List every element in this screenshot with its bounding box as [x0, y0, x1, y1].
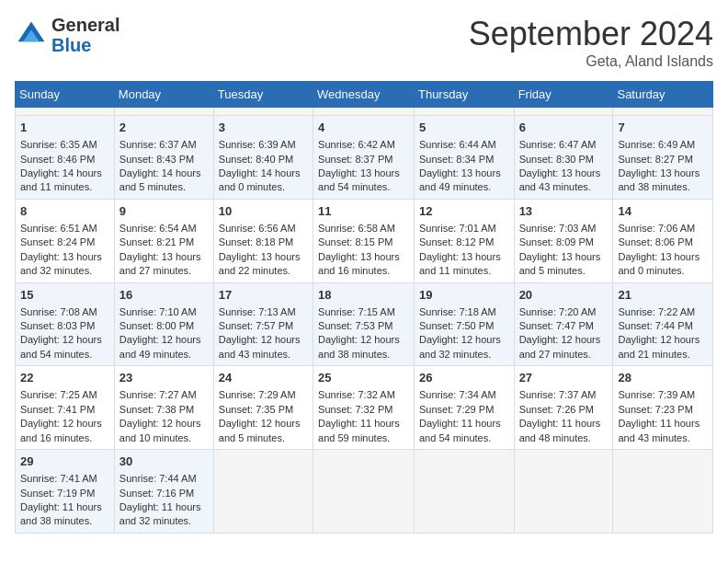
col-wednesday: Wednesday	[313, 82, 415, 108]
calendar-week-row	[16, 108, 713, 116]
day-number: 5	[419, 120, 509, 136]
day-number: 16	[119, 287, 209, 304]
day-info: Sunset: 8:00 PM	[119, 319, 209, 333]
table-row: 18Sunrise: 7:15 AMSunset: 7:53 PMDayligh…	[313, 282, 415, 366]
day-info: Daylight: 11 hours	[519, 417, 609, 431]
day-info: Sunset: 7:57 PM	[219, 319, 308, 333]
calendar-week-row: 8Sunrise: 6:51 AMSunset: 8:24 PMDaylight…	[16, 199, 713, 282]
day-number: 22	[20, 370, 109, 386]
day-info: Sunset: 8:27 PM	[618, 153, 708, 167]
table-row: 14Sunrise: 7:06 AMSunset: 8:06 PMDayligh…	[613, 199, 713, 282]
day-number: 18	[318, 287, 409, 304]
day-info: and 5 minutes.	[519, 264, 609, 278]
table-row: 5Sunrise: 6:44 AMSunset: 8:34 PMDaylight…	[414, 116, 514, 200]
table-row: 3Sunrise: 6:39 AMSunset: 8:40 PMDaylight…	[213, 116, 313, 200]
day-number: 10	[219, 203, 308, 220]
table-row: 19Sunrise: 7:18 AMSunset: 7:50 PMDayligh…	[414, 282, 514, 366]
day-number: 3	[219, 120, 308, 136]
col-friday: Friday	[514, 82, 613, 108]
day-info: Daylight: 11 hours	[318, 417, 409, 431]
table-row: 2Sunrise: 6:37 AMSunset: 8:43 PMDaylight…	[114, 116, 213, 200]
day-info: Sunset: 8:06 PM	[618, 236, 708, 249]
day-info: Daylight: 14 hours	[20, 167, 109, 180]
table-row: 7Sunrise: 6:49 AMSunset: 8:27 PMDaylight…	[613, 116, 713, 200]
day-number: 11	[318, 203, 409, 220]
day-info: Sunset: 8:46 PM	[20, 153, 109, 167]
day-info: Sunrise: 7:34 AM	[419, 388, 509, 402]
day-info: Sunrise: 6:54 AM	[119, 222, 209, 236]
day-info: Sunrise: 6:42 AM	[318, 138, 409, 152]
location-title: Geta, Aland Islands	[469, 53, 713, 70]
day-info: Sunset: 7:47 PM	[519, 319, 609, 333]
calendar-week-row: 1Sunrise: 6:35 AMSunset: 8:46 PMDaylight…	[16, 116, 713, 200]
day-info: Sunrise: 6:39 AM	[219, 138, 308, 152]
day-info: Sunrise: 6:47 AM	[519, 138, 609, 152]
day-number: 29	[20, 454, 109, 470]
col-saturday: Saturday	[613, 82, 713, 108]
day-info: and 27 minutes.	[119, 264, 209, 278]
day-info: and 49 minutes.	[119, 348, 209, 362]
day-info: Sunrise: 6:58 AM	[318, 222, 409, 236]
day-info: Sunrise: 7:37 AM	[519, 388, 609, 402]
day-info: and 27 minutes.	[519, 348, 609, 362]
day-info: Daylight: 13 hours	[219, 250, 308, 264]
day-info: Daylight: 12 hours	[618, 333, 708, 347]
day-number: 21	[618, 287, 708, 304]
day-info: Daylight: 12 hours	[219, 333, 308, 347]
calendar-week-row: 15Sunrise: 7:08 AMSunset: 8:03 PMDayligh…	[16, 282, 713, 366]
day-info: Sunrise: 7:29 AM	[219, 388, 308, 402]
table-row	[613, 108, 713, 116]
day-info: Daylight: 12 hours	[219, 417, 308, 431]
day-number: 27	[519, 370, 609, 386]
col-monday: Monday	[114, 82, 213, 108]
day-info: Sunrise: 7:10 AM	[119, 305, 209, 319]
day-info: Sunset: 8:18 PM	[219, 236, 308, 249]
table-row: 27Sunrise: 7:37 AMSunset: 7:26 PMDayligh…	[514, 366, 613, 450]
day-info: Daylight: 13 hours	[618, 167, 708, 180]
day-info: and 43 minutes.	[618, 431, 708, 445]
calendar-week-row: 22Sunrise: 7:25 AMSunset: 7:41 PMDayligh…	[16, 366, 713, 450]
day-info: Sunset: 7:44 PM	[618, 319, 708, 333]
day-info: Sunset: 7:19 PM	[20, 487, 109, 500]
day-number: 6	[519, 120, 609, 136]
day-info: and 38 minutes.	[318, 348, 409, 362]
day-info: Sunset: 8:12 PM	[419, 236, 509, 249]
table-row: 9Sunrise: 6:54 AMSunset: 8:21 PMDaylight…	[114, 199, 213, 282]
day-number: 30	[119, 454, 209, 470]
table-row: 22Sunrise: 7:25 AMSunset: 7:41 PMDayligh…	[16, 366, 115, 450]
day-number: 26	[419, 370, 509, 386]
day-info: Sunrise: 7:01 AM	[419, 222, 509, 236]
logo-general-text: General	[51, 15, 119, 35]
day-info: Sunset: 7:41 PM	[20, 403, 109, 417]
day-info: and 32 minutes.	[419, 348, 509, 362]
day-info: Daylight: 13 hours	[519, 250, 609, 264]
day-info: Daylight: 13 hours	[119, 250, 209, 264]
day-info: Daylight: 12 hours	[20, 417, 109, 431]
day-number: 15	[20, 287, 109, 304]
day-info: Sunrise: 7:03 AM	[519, 222, 609, 236]
title-block: September 2024 Geta, Aland Islands	[469, 15, 713, 70]
month-title: September 2024	[469, 15, 713, 53]
table-row: 8Sunrise: 6:51 AMSunset: 8:24 PMDaylight…	[16, 199, 115, 282]
day-info: Sunset: 7:29 PM	[419, 403, 509, 417]
day-info: Sunrise: 7:08 AM	[20, 305, 109, 319]
day-info: Daylight: 11 hours	[119, 500, 209, 514]
day-info: Sunset: 7:38 PM	[119, 403, 209, 417]
day-info: Sunset: 8:24 PM	[20, 236, 109, 249]
day-info: Sunrise: 6:44 AM	[419, 138, 509, 152]
day-number: 24	[219, 370, 308, 386]
table-row: 4Sunrise: 6:42 AMSunset: 8:37 PMDaylight…	[313, 116, 415, 200]
table-row	[213, 450, 313, 534]
day-number: 2	[119, 120, 209, 136]
day-info: Sunrise: 6:51 AM	[20, 222, 109, 236]
logo-icon	[15, 18, 48, 52]
day-info: Sunset: 8:15 PM	[318, 236, 409, 249]
day-info: Daylight: 13 hours	[519, 167, 609, 180]
day-info: and 16 minutes.	[318, 264, 409, 278]
day-info: Sunrise: 7:18 AM	[419, 305, 509, 319]
day-info: Daylight: 12 hours	[519, 333, 609, 347]
day-number: 28	[618, 370, 708, 386]
day-info: and 0 minutes.	[219, 180, 308, 194]
day-info: and 32 minutes.	[119, 514, 209, 528]
day-info: and 11 minutes.	[20, 180, 109, 194]
